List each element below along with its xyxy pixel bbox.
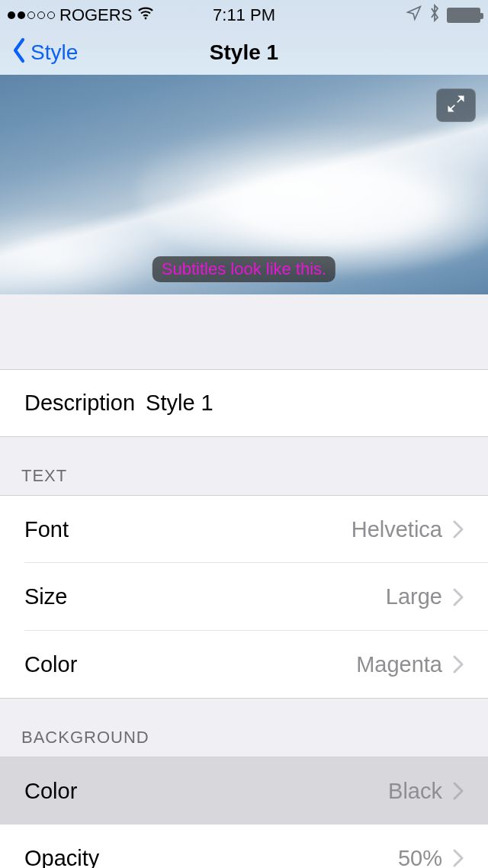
chevron-right-icon (453, 588, 464, 606)
status-left: ROGERS (8, 4, 155, 27)
subtitle-preview: Subtitles look like this. (0, 75, 488, 294)
chevron-right-icon (453, 520, 464, 538)
chevron-right-icon (453, 782, 464, 800)
carrier-label: ROGERS (59, 5, 132, 25)
back-label: Style (30, 40, 78, 65)
bluetooth-icon (429, 4, 441, 27)
size-value: Large (386, 584, 442, 609)
subtitle-sample: Subtitles look like this. (152, 256, 336, 282)
size-label: Size (24, 584, 67, 609)
background-color-label: Color (24, 779, 77, 804)
battery-icon (447, 8, 480, 23)
description-value: Style 1 (146, 391, 214, 416)
expand-icon (445, 93, 467, 117)
background-color-row[interactable]: Color Black (0, 757, 488, 825)
page-title: Style 1 (210, 40, 278, 65)
chevron-right-icon (453, 655, 464, 674)
description-row[interactable]: Description Style 1 (0, 369, 488, 437)
text-color-label: Color (24, 652, 77, 677)
size-row[interactable]: Size Large (0, 563, 488, 631)
location-icon (406, 5, 422, 26)
font-label: Font (24, 517, 69, 542)
back-button[interactable]: Style (0, 37, 78, 69)
signal-strength-icon (8, 11, 55, 19)
svg-point-0 (145, 18, 147, 20)
text-color-row[interactable]: Color Magenta (0, 631, 488, 699)
background-color-value: Black (388, 779, 442, 804)
status-bar: ROGERS 7:11 PM (0, 0, 488, 31)
clock: 7:11 PM (213, 5, 275, 25)
opacity-label: Opacity (24, 846, 99, 869)
chevron-right-icon (453, 849, 464, 867)
section-header-text: TEXT (0, 437, 488, 495)
status-right (406, 4, 480, 27)
font-row[interactable]: Font Helvetica (0, 495, 488, 563)
chevron-left-icon (9, 37, 30, 69)
expand-button[interactable] (436, 88, 476, 122)
section-header-background: BACKGROUND (0, 699, 488, 757)
description-label: Description (24, 391, 135, 416)
nav-bar: Style Style 1 (0, 31, 488, 75)
opacity-row[interactable]: Opacity 50% (0, 825, 488, 868)
opacity-value: 50% (398, 846, 442, 869)
wifi-icon (136, 4, 155, 27)
font-value: Helvetica (352, 517, 442, 542)
text-color-value: Magenta (356, 652, 442, 677)
